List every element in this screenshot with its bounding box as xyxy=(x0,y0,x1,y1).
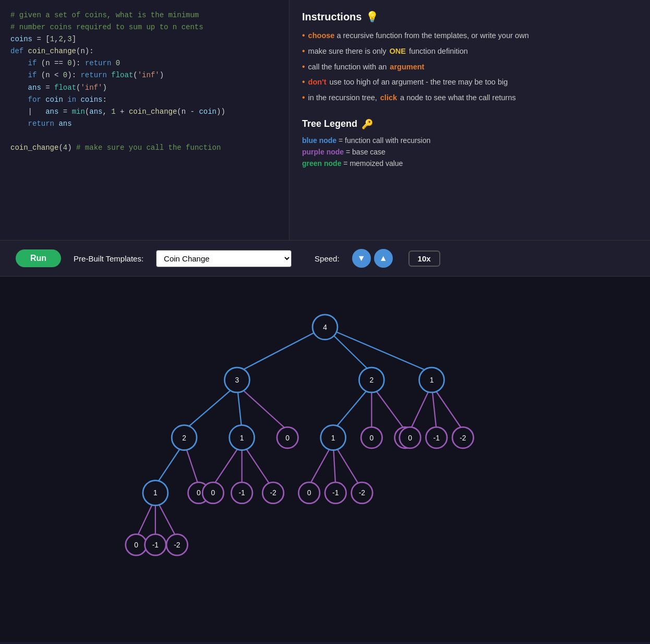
speed-down-button[interactable]: ▼ xyxy=(352,249,371,268)
node-1-l3a-label: 1 xyxy=(153,488,158,497)
node-0-l2b-label: 0 xyxy=(369,434,374,442)
node-m2-l2c[interactable]: -2 xyxy=(452,427,474,448)
node-3-label: 3 xyxy=(235,376,239,384)
instruction-item-1: choose a recursive function from the tem… xyxy=(302,30,637,42)
code-line-6: if (n < 0): return float('inf') xyxy=(10,69,279,81)
edge-4-3 xyxy=(237,327,325,373)
node-m1-l2c[interactable]: -1 xyxy=(426,427,447,448)
node-1-l1-label: 1 xyxy=(430,376,434,384)
code-editor: # given a set of coins, what is the mini… xyxy=(0,0,290,240)
speed-label: Speed: xyxy=(315,254,340,263)
node-2-l1-label: 2 xyxy=(369,376,374,384)
legend-green-label: green node xyxy=(302,159,341,168)
node-0-l2a[interactable]: 0 xyxy=(277,427,298,448)
templates-label: Pre-Built Templates: xyxy=(74,254,143,263)
legend-list: blue node = function call with recursion… xyxy=(302,136,637,168)
instructions-list: choose a recursive function from the tem… xyxy=(302,30,637,104)
run-button[interactable]: Run xyxy=(16,249,61,267)
legend-label: Tree Legend xyxy=(302,118,357,129)
legend-green-desc: = memoized value xyxy=(343,159,403,168)
speed-value: 10x xyxy=(408,251,440,267)
instructions-panel: Instructions 💡 choose a recursive functi… xyxy=(290,0,650,240)
node-0-l3c-label: 0 xyxy=(307,488,311,497)
node-0-l2c[interactable]: 0 xyxy=(400,427,421,448)
code-line-call: coin_change(4) # make sure you call the … xyxy=(10,142,279,154)
node-0-l3c[interactable]: 0 xyxy=(298,482,320,504)
edge-3-0 xyxy=(237,385,287,431)
tree-legend-title: Tree Legend 🔑 xyxy=(302,118,637,130)
recursion-tree-svg: 4 3 2 1 2 1 0 xyxy=(0,277,650,642)
highlight-one: ONE xyxy=(390,46,406,57)
node-m1-l3c-label: -1 xyxy=(332,488,339,497)
node-0-l2c-label: 0 xyxy=(408,434,412,442)
code-line-1: # given a set of coins, what is the mini… xyxy=(10,9,279,21)
node-1-l3a[interactable]: 1 xyxy=(143,481,168,506)
legend-purple-desc: = base case xyxy=(346,148,386,156)
instructions-icon: 💡 xyxy=(366,10,379,23)
highlight-click: click xyxy=(380,92,397,104)
node-0-l3b-label: 0 xyxy=(211,488,215,497)
legend-purple-label: purple node xyxy=(302,148,344,156)
node-0-l3b[interactable]: 0 xyxy=(202,482,224,504)
node-4-root[interactable]: 4 xyxy=(312,315,338,340)
node-1-l2a-label: 1 xyxy=(240,434,244,442)
node-m2-l3b-label: -2 xyxy=(270,488,276,497)
speed-up-button[interactable]: ▲ xyxy=(374,249,393,268)
node-0-l2b[interactable]: 0 xyxy=(361,427,382,448)
code-line-8: for coin in coins: xyxy=(10,94,279,106)
templates-select[interactable]: Fibonacci Coin Change Factorial Binary S… xyxy=(156,250,292,267)
toolbar: Run Pre-Built Templates: Fibonacci Coin … xyxy=(0,240,650,277)
highlight-dont: don't xyxy=(308,77,327,88)
code-line-9: | ans = min(ans, 1 + coin_change(n - coi… xyxy=(10,106,279,118)
code-line-7: ans = float('inf') xyxy=(10,82,279,94)
instruction-text-1: choose a recursive function from the tem… xyxy=(308,30,529,42)
speed-controls: ▼ ▲ xyxy=(352,249,393,268)
legend-blue-desc: = function call with recursion xyxy=(339,136,430,145)
node-2-l2a[interactable]: 2 xyxy=(172,425,197,450)
code-line-4: def coin_change(n): xyxy=(10,45,279,57)
code-line-5: if (n == 0): return 0 xyxy=(10,57,279,69)
node-m1-l3b[interactable]: -1 xyxy=(231,482,252,504)
node-2-l1[interactable]: 2 xyxy=(359,367,384,392)
node-m2-l3c[interactable]: -2 xyxy=(352,482,373,504)
node-m1-l3b-label: -1 xyxy=(239,488,245,497)
node-m2-l2c-label: -2 xyxy=(460,434,466,442)
instruction-item-3: call the function with an argument xyxy=(302,62,637,73)
code-line-10: return ans xyxy=(10,118,279,130)
node-1-l2b[interactable]: 1 xyxy=(321,425,346,450)
instruction-item-2: make sure there is only ONE function def… xyxy=(302,46,637,57)
node-m1-l2c-label: -1 xyxy=(434,434,440,442)
node-4-label: 4 xyxy=(323,323,327,331)
legend-blue-label: blue node xyxy=(302,136,336,145)
legend-icon: 🔑 xyxy=(362,118,373,130)
node-m2-l4a[interactable]: -2 xyxy=(166,534,188,556)
node-m2-l3c-label: -2 xyxy=(359,488,365,497)
node-0-l2a-label: 0 xyxy=(285,434,290,442)
top-panel: # given a set of coins, what is the mini… xyxy=(0,0,650,240)
legend-item-purple: purple node = base case xyxy=(302,148,637,156)
highlight-choose: choose xyxy=(308,31,335,40)
instruction-item-5: in the recursion tree, click a node to s… xyxy=(302,92,637,104)
node-3[interactable]: 3 xyxy=(225,367,250,392)
code-line-blank xyxy=(10,130,279,142)
code-line-2: # number coins required to sum up to n c… xyxy=(10,21,279,33)
node-2-l2a-label: 2 xyxy=(182,434,186,442)
node-1-l2b-label: 1 xyxy=(331,434,335,442)
node-m2-l4a-label: -2 xyxy=(174,541,180,549)
node-m1-l4a[interactable]: -1 xyxy=(145,534,166,556)
node-m1-l3c[interactable]: -1 xyxy=(325,482,346,504)
tree-area: 4 3 2 1 2 1 0 xyxy=(0,277,650,642)
edge-3-2 xyxy=(184,385,237,431)
instructions-label: Instructions xyxy=(302,11,362,23)
node-0-l4a[interactable]: 0 xyxy=(126,534,147,556)
legend-item-green: green node = memoized value xyxy=(302,159,637,168)
node-m2-l3b[interactable]: -2 xyxy=(262,482,284,504)
legend-item-blue: blue node = function call with recursion xyxy=(302,136,637,145)
edge-4-1 xyxy=(325,327,431,373)
node-1-l2a[interactable]: 1 xyxy=(230,425,255,450)
code-line-3: coins = [1,2,3] xyxy=(10,33,279,45)
highlight-argument: argument xyxy=(390,62,424,73)
node-1-l1[interactable]: 1 xyxy=(419,367,444,392)
node-m1-l4a-label: -1 xyxy=(152,541,159,549)
node-0-l3a-label: 0 xyxy=(197,488,201,497)
